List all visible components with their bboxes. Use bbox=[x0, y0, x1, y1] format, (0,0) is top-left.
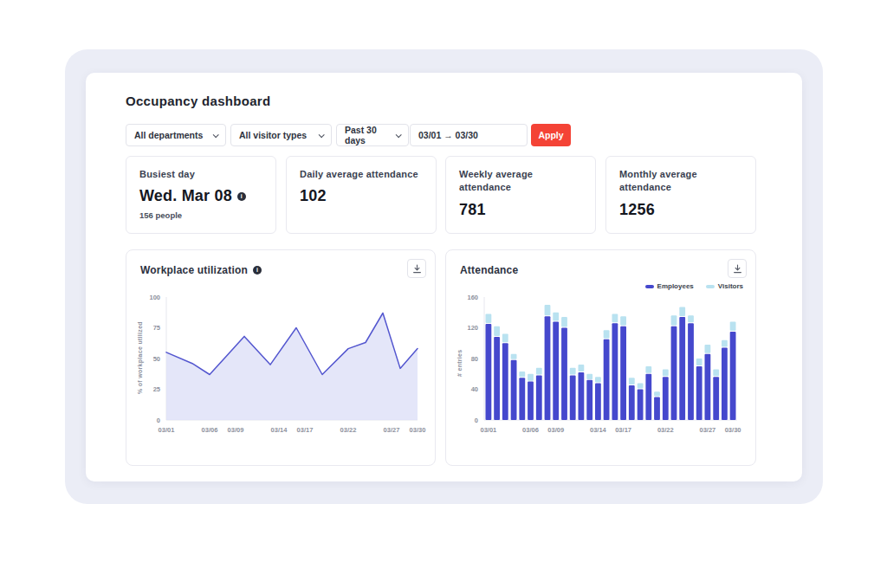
svg-text:40: 40 bbox=[471, 385, 478, 393]
chevron-down-icon bbox=[213, 132, 219, 138]
svg-text:0: 0 bbox=[475, 417, 478, 424]
chart-title: Attendance bbox=[460, 264, 518, 276]
page-title: Occupancy dashboard bbox=[126, 94, 270, 108]
legend-swatch bbox=[645, 285, 654, 288]
svg-text:03/30: 03/30 bbox=[725, 426, 741, 434]
info-icon[interactable] bbox=[253, 266, 262, 275]
stat-value: Wed. Mar 08 bbox=[139, 187, 232, 205]
date-range-input[interactable]: 03/01 → 03/30 bbox=[410, 124, 528, 146]
svg-text:03/22: 03/22 bbox=[340, 426, 357, 434]
stat-value: 102 bbox=[300, 187, 423, 205]
departments-select[interactable]: All departments bbox=[126, 124, 226, 146]
legend: EmployeesVisitors bbox=[645, 282, 743, 290]
legend-label: Visitors bbox=[718, 282, 743, 290]
info-icon[interactable] bbox=[237, 192, 246, 201]
svg-text:03/01: 03/01 bbox=[481, 426, 497, 434]
stat-value: 1256 bbox=[619, 201, 742, 219]
stat-label: Daily average attendance bbox=[300, 168, 423, 181]
svg-text:75: 75 bbox=[153, 324, 160, 332]
download-icon bbox=[412, 264, 422, 274]
utilization-area-chart: 025507510003/0103/0603/0903/1403/1703/22… bbox=[140, 290, 426, 439]
svg-text:03/06: 03/06 bbox=[522, 426, 539, 434]
svg-text:03/14: 03/14 bbox=[590, 426, 607, 434]
svg-text:03/17: 03/17 bbox=[615, 426, 631, 434]
chart-title: Workplace utilization bbox=[140, 264, 262, 276]
svg-text:160: 160 bbox=[467, 294, 478, 301]
stat-value: 781 bbox=[459, 201, 582, 219]
svg-text:120: 120 bbox=[467, 324, 478, 332]
period-select-value: Past 30 days bbox=[345, 125, 389, 145]
legend-label: Employees bbox=[657, 282, 694, 290]
svg-text:03/27: 03/27 bbox=[700, 426, 716, 434]
dashboard-card: Occupancy dashboard All departments All … bbox=[86, 73, 802, 481]
period-select[interactable]: Past 30 days bbox=[336, 124, 409, 146]
download-icon bbox=[733, 264, 742, 274]
svg-text:03/17: 03/17 bbox=[297, 426, 314, 434]
svg-text:100: 100 bbox=[149, 294, 160, 301]
departments-select-value: All departments bbox=[134, 130, 203, 140]
stat-card-monthly-average: Monthly average attendance 1256 bbox=[605, 156, 756, 234]
visitor-types-select[interactable]: All visitor types bbox=[230, 124, 332, 146]
svg-text:03/09: 03/09 bbox=[547, 426, 564, 434]
svg-text:25: 25 bbox=[153, 385, 160, 393]
stat-card-daily-average: Daily average attendance 102 bbox=[286, 156, 437, 234]
stat-card-weekly-average: Weekly average attendance 781 bbox=[445, 156, 596, 234]
apply-button[interactable]: Apply bbox=[531, 124, 571, 146]
svg-text:03/06: 03/06 bbox=[202, 426, 218, 434]
download-button[interactable] bbox=[728, 259, 747, 278]
svg-text:03/09: 03/09 bbox=[228, 426, 244, 434]
svg-text:50: 50 bbox=[153, 355, 160, 363]
attendance-bar-chart: 0408012016003/0103/0603/0903/1403/1703/2… bbox=[456, 290, 746, 439]
chevron-down-icon bbox=[319, 132, 325, 138]
attendance-card: Attendance EmployeesVisitors # entries 0… bbox=[445, 249, 756, 466]
svg-text:80: 80 bbox=[471, 355, 478, 363]
chart-title-text: Attendance bbox=[460, 264, 518, 276]
chart-title-text: Workplace utilization bbox=[140, 264, 248, 276]
stat-subtext: 156 people bbox=[139, 210, 262, 220]
dashboard-frame: Occupancy dashboard All departments All … bbox=[65, 49, 823, 504]
stat-label: Weekly average attendance bbox=[459, 168, 582, 195]
svg-text:03/30: 03/30 bbox=[410, 426, 426, 434]
stat-card-busiest-day: Busiest day Wed. Mar 08 156 people bbox=[126, 156, 276, 234]
date-range-value: 03/01 → 03/30 bbox=[418, 130, 478, 140]
svg-text:03/27: 03/27 bbox=[384, 426, 400, 434]
download-button[interactable] bbox=[407, 259, 426, 278]
workplace-utilization-card: Workplace utilization % of workplace uti… bbox=[126, 249, 436, 466]
page: Occupancy dashboard All departments All … bbox=[0, 0, 887, 588]
legend-swatch bbox=[706, 285, 715, 288]
svg-text:0: 0 bbox=[157, 417, 160, 424]
legend-item: Visitors bbox=[706, 282, 743, 290]
svg-text:03/22: 03/22 bbox=[657, 426, 674, 434]
legend-item: Employees bbox=[645, 282, 694, 290]
svg-text:03/01: 03/01 bbox=[159, 426, 175, 434]
chevron-down-icon bbox=[396, 132, 402, 138]
stat-label: Monthly average attendance bbox=[619, 168, 742, 195]
svg-text:03/14: 03/14 bbox=[271, 426, 288, 434]
visitor-types-select-value: All visitor types bbox=[239, 130, 307, 140]
stat-label: Busiest day bbox=[139, 168, 262, 181]
